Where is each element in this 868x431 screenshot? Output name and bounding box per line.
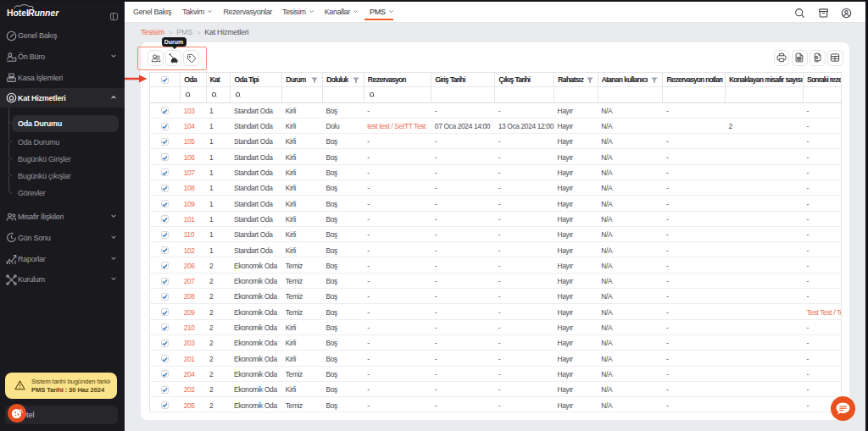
svg-text:Hotel: Hotel bbox=[7, 7, 29, 17]
svg-text:Runner: Runner bbox=[28, 7, 59, 17]
